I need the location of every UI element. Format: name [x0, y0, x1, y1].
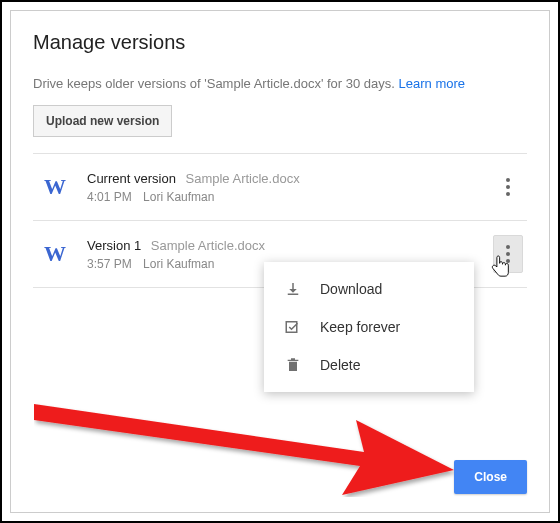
checkbox-icon	[282, 318, 304, 336]
version-filename: Sample Article.docx	[151, 238, 265, 253]
version-meta: 4:01 PM Lori Kaufman	[87, 190, 493, 204]
more-actions-button[interactable]	[493, 168, 523, 206]
more-vertical-icon	[506, 245, 510, 263]
upload-new-version-button[interactable]: Upload new version	[33, 105, 172, 137]
screenshot-frame: Manage versions Drive keeps older versio…	[0, 0, 560, 523]
version-title: Version 1	[87, 238, 141, 253]
more-vertical-icon	[506, 178, 510, 196]
trash-icon	[282, 356, 304, 374]
close-button[interactable]: Close	[454, 460, 527, 494]
menu-item-download[interactable]: Download	[264, 270, 474, 308]
dialog-title: Manage versions	[33, 31, 527, 54]
version-title: Current version	[87, 171, 176, 186]
word-file-icon: W	[41, 173, 69, 201]
more-actions-button[interactable]	[493, 235, 523, 273]
version-time: 3:57 PM	[87, 257, 132, 271]
version-row-body: Current version Sample Article.docx 4:01…	[87, 171, 493, 204]
dialog-subtext: Drive keeps older versions of 'Sample Ar…	[33, 76, 527, 91]
version-author: Lori Kaufman	[143, 257, 214, 271]
version-context-menu: Download Keep forever Delete	[264, 262, 474, 392]
menu-item-label: Delete	[320, 357, 360, 373]
menu-item-delete[interactable]: Delete	[264, 346, 474, 384]
version-row: W Current version Sample Article.docx 4:…	[33, 154, 527, 221]
subtext-text: Drive keeps older versions of 'Sample Ar…	[33, 76, 399, 91]
menu-item-keep-forever[interactable]: Keep forever	[264, 308, 474, 346]
menu-item-label: Download	[320, 281, 382, 297]
menu-item-label: Keep forever	[320, 319, 400, 335]
word-file-icon: W	[41, 240, 69, 268]
version-title-line: Version 1 Sample Article.docx	[87, 238, 493, 253]
download-icon	[282, 280, 304, 298]
version-filename: Sample Article.docx	[186, 171, 300, 186]
version-time: 4:01 PM	[87, 190, 132, 204]
version-title-line: Current version Sample Article.docx	[87, 171, 493, 186]
version-author: Lori Kaufman	[143, 190, 214, 204]
learn-more-link[interactable]: Learn more	[399, 76, 465, 91]
